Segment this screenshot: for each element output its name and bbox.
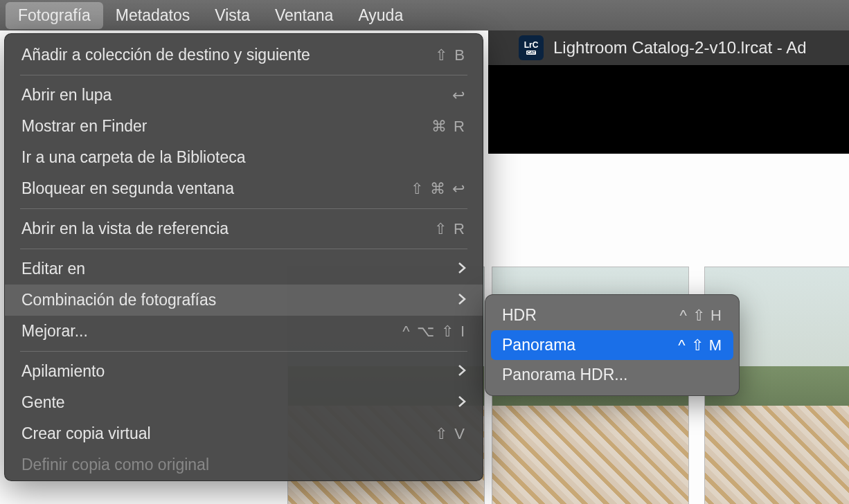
- submenu-hdr[interactable]: HDR ^ ⇧ H: [491, 300, 733, 330]
- menu-item-label: Añadir a colección de destino y siguient…: [21, 46, 310, 64]
- menubar-item-vista[interactable]: Vista: [202, 2, 262, 29]
- menubar-item-ayuda[interactable]: Ayuda: [346, 2, 415, 29]
- menu-people[interactable]: Gente: [5, 387, 483, 418]
- menu-create-virtual-copy[interactable]: Crear copia virtual ⇧ V: [5, 418, 483, 449]
- menu-item-label: Gente: [21, 393, 65, 412]
- submenu-item-shortcut: ^ ⇧ M: [678, 336, 722, 354]
- photo-merge-submenu: HDR ^ ⇧ H Panorama ^ ⇧ M Panorama HDR...: [485, 294, 740, 396]
- menu-photo-merge[interactable]: Combinación de fotografías: [5, 285, 483, 316]
- menu-item-label: Editar en: [21, 260, 85, 278]
- menu-separator: [20, 249, 467, 249]
- app-icon-text-top: LrC: [524, 41, 539, 49]
- window-toolbar-area: [488, 65, 849, 154]
- menu-item-label: Crear copia virtual: [21, 424, 151, 443]
- submenu-item-label: Panorama: [502, 336, 575, 354]
- menu-item-shortcut: ⇧ R: [434, 220, 466, 238]
- menu-goto-library-folder[interactable]: Ir a una carpeta de la Biblioteca: [5, 142, 483, 173]
- chevron-right-icon: [458, 362, 466, 381]
- menubar-item-ventana[interactable]: Ventana: [262, 2, 346, 29]
- chevron-right-icon: [458, 260, 466, 278]
- menu-item-label: Combinación de fotografías: [21, 291, 216, 309]
- menu-set-copy-original: Definir copia como original: [5, 449, 483, 480]
- menu-item-label: Abrir en la vista de referencia: [21, 219, 229, 238]
- menubar-item-metadatos[interactable]: Metadatos: [103, 2, 202, 29]
- submenu-item-shortcut: ^ ⇧ H: [680, 307, 722, 325]
- fotografia-menu: Añadir a colección de destino y siguient…: [4, 33, 483, 481]
- menu-separator: [20, 75, 467, 75]
- submenu-panorama[interactable]: Panorama ^ ⇧ M: [491, 330, 733, 360]
- menu-item-label: Ir a una carpeta de la Biblioteca: [21, 148, 245, 167]
- menu-lock-second-window[interactable]: Bloquear en segunda ventana ⇧ ⌘ ↩: [5, 173, 483, 204]
- submenu-panorama-hdr[interactable]: Panorama HDR...: [491, 360, 733, 390]
- menu-stacking[interactable]: Apilamiento: [5, 356, 483, 387]
- menu-item-shortcut: ⌘ R: [431, 118, 466, 136]
- menubar-item-fotografia[interactable]: Fotografía: [6, 2, 103, 29]
- window-title: Lightroom Catalog-2-v10.lrcat - Ad: [553, 38, 807, 57]
- menu-enhance[interactable]: Mejorar... ^ ⌥ ⇧ I: [5, 316, 483, 347]
- menu-item-shortcut: ↩: [452, 87, 466, 105]
- menu-separator: [20, 208, 467, 209]
- menu-open-reference-view[interactable]: Abrir en la vista de referencia ⇧ R: [5, 213, 483, 244]
- menu-item-label: Definir copia como original: [21, 456, 209, 474]
- menu-separator: [20, 351, 467, 352]
- menu-show-finder[interactable]: Mostrar en Finder ⌘ R: [5, 111, 483, 142]
- submenu-item-label: Panorama HDR...: [502, 366, 628, 384]
- menu-item-shortcut: ⇧ B: [435, 46, 466, 64]
- menu-item-label: Abrir en lupa: [21, 86, 111, 105]
- app-icon-text-bottom: CAT: [526, 51, 536, 55]
- menu-item-label: Apilamiento: [21, 362, 105, 381]
- menu-item-label: Bloquear en segunda ventana: [21, 179, 234, 198]
- window-titlebar: LrC CAT Lightroom Catalog-2-v10.lrcat - …: [488, 30, 849, 65]
- menu-item-shortcut: ⇧ ⌘ ↩: [411, 180, 466, 198]
- menu-open-loupe[interactable]: Abrir en lupa ↩: [5, 80, 483, 111]
- menu-item-shortcut: ^ ⌥ ⇧ I: [402, 323, 466, 341]
- menubar: Fotografía Metadatos Vista Ventana Ayuda: [0, 0, 849, 30]
- menu-add-to-collection[interactable]: Añadir a colección de destino y siguient…: [5, 39, 483, 71]
- submenu-item-label: HDR: [502, 306, 537, 325]
- app-icon: LrC CAT: [519, 35, 544, 60]
- menu-item-shortcut: ⇧ V: [435, 425, 466, 443]
- chevron-right-icon: [458, 393, 466, 412]
- chevron-right-icon: [458, 291, 466, 309]
- menu-item-label: Mejorar...: [21, 322, 88, 341]
- menu-edit-in[interactable]: Editar en: [5, 253, 483, 285]
- menu-item-label: Mostrar en Finder: [21, 117, 148, 136]
